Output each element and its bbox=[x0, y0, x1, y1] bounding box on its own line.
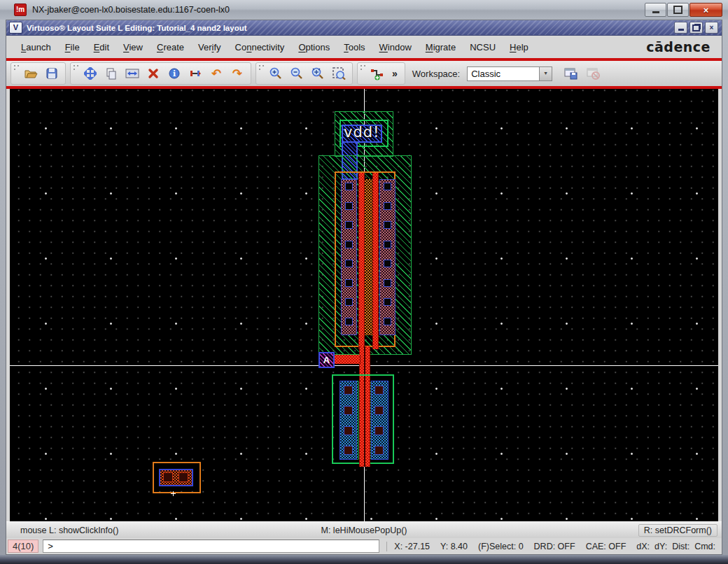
maximize-button[interactable] bbox=[667, 3, 689, 17]
contact bbox=[374, 386, 384, 395]
group-grip[interactable] bbox=[74, 65, 78, 70]
contact bbox=[384, 241, 391, 248]
undo-icon: ↶ bbox=[211, 68, 221, 80]
copy-button[interactable] bbox=[102, 64, 120, 83]
toolbar-overflow-chevron[interactable]: » bbox=[389, 68, 400, 79]
command-prompt: > bbox=[48, 541, 53, 551]
open-button[interactable] bbox=[22, 64, 40, 83]
menu-ncsu[interactable]: NCSU bbox=[463, 40, 502, 55]
inner-minimize-icon bbox=[678, 29, 684, 31]
x-coordinate: X: -27.15 bbox=[394, 542, 430, 551]
view-area-icon bbox=[125, 69, 139, 78]
toolbar: i ↶ ↷ bbox=[6, 61, 722, 86]
input-a-poly-strip[interactable] bbox=[334, 355, 360, 364]
outer-titlebar[interactable]: !m NX-jbaker@coen-lx0.boisestate.edu:116… bbox=[0, 0, 728, 20]
menu-tools[interactable]: Tools bbox=[337, 40, 371, 55]
create-wire-button[interactable] bbox=[368, 64, 386, 83]
contact bbox=[345, 202, 353, 210]
contact bbox=[384, 318, 391, 325]
save-floppy-icon bbox=[46, 68, 57, 79]
mouse-middle-binding: M: leHiMousePopUp() bbox=[321, 526, 407, 535]
menu-create[interactable]: Create bbox=[150, 40, 190, 55]
window-menu-chevron-icon[interactable]: V bbox=[9, 22, 22, 34]
zoom-out-button[interactable] bbox=[288, 64, 306, 83]
input-a-pin[interactable]: A bbox=[318, 352, 335, 368]
outer-window-title: NX-jbaker@coen-lx0.boisestate.edu:1167-c… bbox=[32, 5, 645, 15]
contact bbox=[374, 446, 384, 455]
contact bbox=[345, 183, 353, 190]
delete-workspace-button[interactable] bbox=[584, 64, 603, 83]
dist-readout: Dist: bbox=[672, 542, 690, 551]
pmos-poly-gate-left[interactable] bbox=[358, 173, 365, 349]
menu-verify[interactable]: Verify bbox=[192, 40, 227, 55]
inner-minimize-button[interactable] bbox=[674, 22, 687, 34]
inner-restore-button[interactable] bbox=[690, 22, 703, 34]
command-input[interactable]: > bbox=[43, 540, 379, 553]
properties-button[interactable]: i bbox=[165, 64, 183, 83]
group-grip[interactable] bbox=[259, 65, 264, 70]
undo-button[interactable]: ↶ bbox=[207, 64, 225, 83]
mouse-right-binding: R: setDRCForm() bbox=[638, 524, 718, 537]
window-bottom-border bbox=[0, 555, 728, 564]
y-coordinate: Y: 8.40 bbox=[440, 542, 468, 551]
layout-canvas[interactable]: vdd! bbox=[10, 89, 718, 521]
inner-restore-icon bbox=[692, 24, 700, 31]
save-workspace-icon bbox=[564, 67, 578, 80]
contact bbox=[344, 446, 353, 455]
contact bbox=[345, 221, 353, 229]
save-workspace-button[interactable] bbox=[562, 64, 580, 83]
dy-readout: dY: bbox=[654, 542, 667, 551]
menu-migrate[interactable]: Migrate bbox=[419, 40, 462, 55]
group-grip[interactable] bbox=[360, 65, 365, 70]
virtuoso-titlebar[interactable]: V Virtuoso® Layout Suite L Editing: Tuto… bbox=[6, 20, 722, 36]
workspace-combobox[interactable]: Classic ▼ bbox=[467, 66, 552, 81]
drd-status: DRD: OFF bbox=[534, 542, 575, 551]
zoom-to-selected-button[interactable] bbox=[330, 64, 348, 83]
stretch-icon bbox=[189, 68, 202, 79]
menu-help[interactable]: Help bbox=[503, 40, 535, 55]
nx-app-icon: !m bbox=[14, 3, 27, 16]
nmos-poly-gates[interactable] bbox=[359, 381, 370, 467]
zoom-in-icon bbox=[270, 67, 282, 80]
menu-file[interactable]: File bbox=[59, 40, 86, 55]
menubar: Launch File Edit View Create Verify Conn… bbox=[6, 36, 722, 58]
wire-icon bbox=[370, 67, 384, 80]
copy-icon bbox=[106, 68, 117, 80]
poly-gap bbox=[364, 381, 365, 467]
menu-window[interactable]: Window bbox=[373, 40, 418, 55]
redo-button[interactable]: ↷ bbox=[228, 64, 246, 83]
contact bbox=[345, 298, 353, 306]
group-grip[interactable] bbox=[14, 65, 19, 70]
maximize-icon bbox=[673, 6, 682, 14]
close-button[interactable]: × bbox=[690, 3, 722, 17]
contact bbox=[345, 260, 353, 267]
zoom-fit-button[interactable] bbox=[309, 64, 327, 83]
view-area-button[interactable] bbox=[123, 64, 141, 83]
history-counter-badge[interactable]: 4(10) bbox=[8, 540, 38, 553]
combobox-arrow-icon[interactable]: ▼ bbox=[539, 66, 552, 81]
save-button[interactable] bbox=[43, 64, 61, 83]
inner-close-icon: × bbox=[710, 24, 714, 31]
inner-close-button[interactable]: × bbox=[705, 22, 718, 34]
menu-connectivity[interactable]: Connectivity bbox=[229, 40, 291, 55]
menu-launch[interactable]: Launch bbox=[15, 40, 57, 55]
contact bbox=[178, 472, 188, 482]
vdd-label[interactable]: vdd! bbox=[344, 124, 380, 141]
menu-options[interactable]: Options bbox=[292, 40, 336, 55]
contact bbox=[374, 426, 384, 435]
pmos-poly-gate-right[interactable] bbox=[372, 173, 379, 349]
contact bbox=[344, 406, 353, 415]
minimize-button[interactable] bbox=[645, 3, 666, 17]
workspace-value: Classic bbox=[467, 66, 539, 81]
cae-status: CAE: OFF bbox=[586, 542, 626, 551]
toolbar-group-edit: i ↶ ↷ bbox=[70, 62, 251, 85]
zoom-in-button[interactable] bbox=[267, 64, 285, 83]
pmos-active-center bbox=[365, 179, 372, 335]
menu-edit[interactable]: Edit bbox=[88, 40, 115, 55]
move-button[interactable] bbox=[81, 64, 99, 83]
cmd-readout: Cmd: bbox=[694, 542, 715, 551]
menu-view[interactable]: View bbox=[117, 40, 149, 55]
stretch-button[interactable] bbox=[186, 64, 204, 83]
delete-workspace-icon bbox=[587, 67, 601, 80]
delete-button[interactable] bbox=[144, 64, 162, 83]
